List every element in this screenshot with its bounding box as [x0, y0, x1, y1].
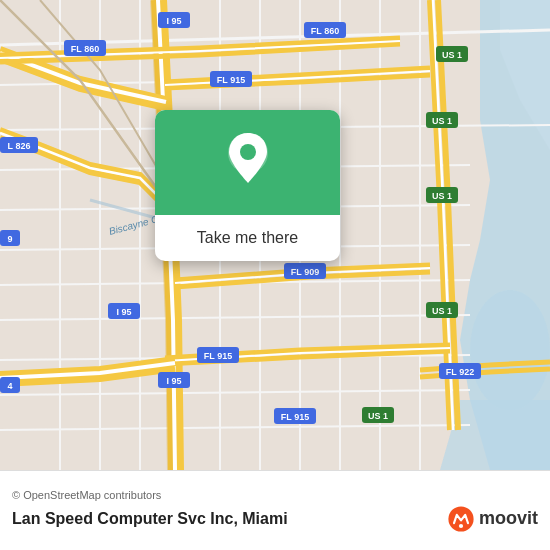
svg-text:FL 915: FL 915 — [217, 75, 245, 85]
pin-icon — [223, 131, 273, 194]
svg-text:L 826: L 826 — [8, 141, 31, 151]
svg-text:I 95: I 95 — [116, 307, 131, 317]
svg-text:US 1: US 1 — [442, 50, 462, 60]
copyright-text: © OpenStreetMap contributors — [12, 489, 538, 501]
svg-point-61 — [240, 144, 256, 160]
map-container: I 95 I 95 I 95 FL 860 FL 860 FL 915 FL 9… — [0, 0, 550, 470]
svg-text:FL 860: FL 860 — [71, 44, 99, 54]
svg-text:4: 4 — [7, 381, 12, 391]
svg-point-63 — [459, 523, 463, 527]
svg-point-1 — [470, 290, 550, 410]
take-me-there-button[interactable]: Take me there — [187, 215, 308, 261]
bottom-info: Lan Speed Computer Svc Inc, Miami moovit — [12, 505, 538, 533]
location-name: Lan Speed Computer Svc Inc, Miami — [12, 510, 288, 528]
moovit-text: moovit — [479, 508, 538, 529]
svg-text:FL 915: FL 915 — [281, 412, 309, 422]
popup-green-area — [155, 110, 340, 215]
moovit-logo: moovit — [447, 505, 538, 533]
svg-text:FL 860: FL 860 — [311, 26, 339, 36]
svg-text:US 1: US 1 — [368, 411, 388, 421]
svg-text:US 1: US 1 — [432, 116, 452, 126]
svg-text:US 1: US 1 — [432, 191, 452, 201]
popup-card: Take me there — [155, 110, 340, 261]
svg-text:US 1: US 1 — [432, 306, 452, 316]
moovit-icon — [447, 505, 475, 533]
svg-text:FL 922: FL 922 — [446, 367, 474, 377]
svg-text:I 95: I 95 — [166, 376, 181, 386]
bottom-bar: © OpenStreetMap contributors Lan Speed C… — [0, 470, 550, 550]
svg-text:9: 9 — [7, 234, 12, 244]
svg-text:I 95: I 95 — [166, 16, 181, 26]
svg-text:FL 909: FL 909 — [291, 267, 319, 277]
svg-text:FL 915: FL 915 — [204, 351, 232, 361]
